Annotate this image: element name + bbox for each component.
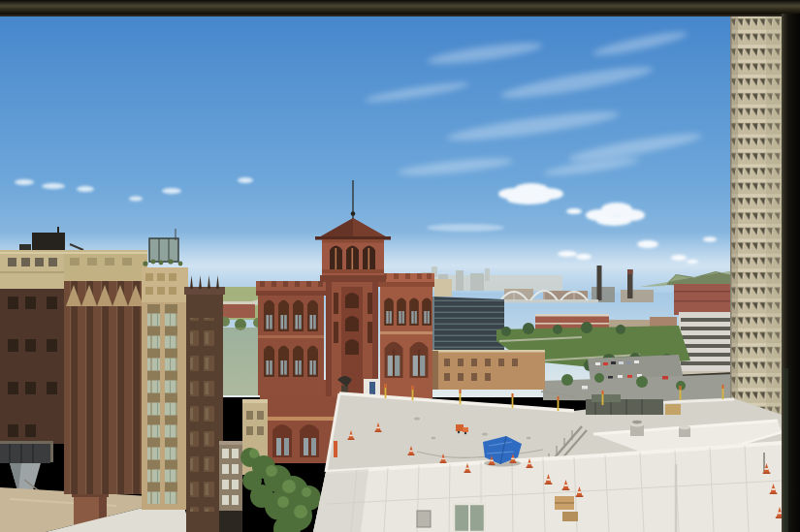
warehouse-facade <box>64 279 147 494</box>
shed-door <box>369 382 375 394</box>
far-left-brick-building <box>0 289 66 444</box>
smokestack-left <box>597 266 602 300</box>
skyline-scene <box>0 0 800 532</box>
wing-windows <box>190 318 219 512</box>
window-view-photo <box>0 0 800 532</box>
green-window <box>454 504 485 532</box>
frame-reflection <box>784 368 788 532</box>
roof-vent-cylinder <box>630 421 644 436</box>
right-wing <box>378 273 434 398</box>
antenna-ball <box>351 211 356 216</box>
tan-brick-tower <box>142 229 188 510</box>
roof-vent-cylinder-2 <box>679 425 690 437</box>
frame-top-bar <box>0 0 800 16</box>
wall-shadow-left <box>313 469 368 532</box>
rooftop-penthouse-beige <box>434 279 452 297</box>
tan-low-building <box>425 350 545 390</box>
rooftop-shed <box>364 379 380 395</box>
red-brick-complex <box>674 284 734 315</box>
window-strip-right <box>165 304 177 504</box>
wooden-crate <box>665 404 681 415</box>
window-strip-left <box>147 304 160 504</box>
smokestack-red-band <box>627 269 633 274</box>
gray-brown-building <box>219 441 242 532</box>
belfry <box>322 239 384 277</box>
foreground-white-building <box>313 384 784 532</box>
midground-city <box>425 284 734 401</box>
white-modern-building <box>679 312 734 374</box>
left-wing <box>256 281 326 395</box>
art-deco-warehouse <box>64 254 147 494</box>
dark-brick-wing <box>184 275 225 532</box>
right-grid-facade-tower <box>730 16 782 465</box>
wall-utility-box <box>417 511 431 527</box>
